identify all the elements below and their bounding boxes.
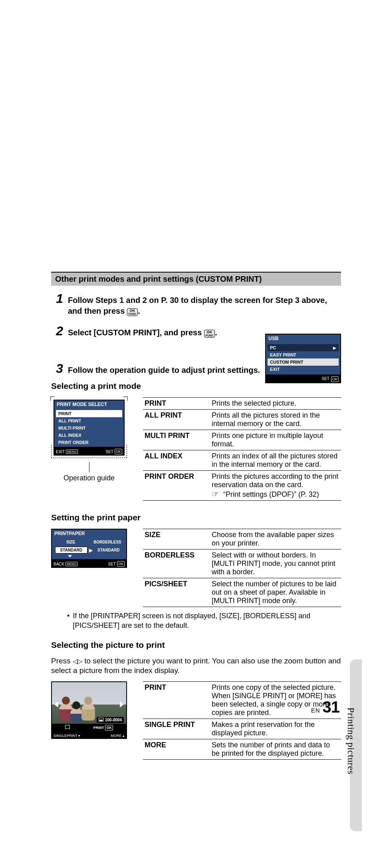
photo-preview-screenshot: 100-0004 PRINT OK: [51, 681, 127, 733]
paper-col-size: SIZE: [54, 540, 88, 544]
hand-point-icon: [212, 490, 221, 498]
ok-box-icon: OK: [115, 449, 122, 454]
step-text: Follow Steps 1 and 2 on P. 30 to display…: [68, 292, 341, 317]
print-label: PRINT: [93, 726, 104, 730]
usb-item-easyprint: EASY PRINT: [268, 351, 339, 358]
pic-k: MORE: [143, 739, 210, 759]
table-row: BORDERLESS Select with or without border…: [143, 549, 341, 578]
paper-val-size: STANDARD: [55, 547, 87, 553]
table-row: MORE Sets the number of prints and data …: [143, 739, 341, 759]
func-label: FUNC: [129, 313, 136, 315]
paper-v: Select with or without borders. In [MULT…: [210, 549, 341, 578]
usb-item-customprint: CUSTOM PRINT: [268, 358, 339, 366]
ok-func-button-icon: OK FUNC: [127, 308, 138, 316]
note-text: If the [PRINTPAPER] screen is not displa…: [73, 611, 341, 631]
mode-v: Prints all the pictures stored in the in…: [210, 410, 341, 430]
pic-v: Sets the number of prints and data to be…: [210, 739, 341, 759]
photo-subject-icon: [70, 707, 82, 723]
photo-subject-icon: [81, 702, 95, 721]
usb-item-label: PC: [270, 345, 276, 350]
table-row: SIZE Choose from the available paper siz…: [143, 529, 341, 549]
set-label: SET: [108, 562, 116, 566]
printpaper-screenshot: PRINTPAPER SIZE BORDERLESS STANDARD ▶ ST…: [51, 529, 127, 560]
operation-guide-label: Operation guide: [64, 474, 115, 482]
paper-v: Select the number of pictures to be laid…: [210, 578, 341, 607]
step-number: 3: [51, 362, 63, 375]
paper-val-borderless: STANDARD: [94, 548, 123, 552]
file-badge: 100-0004: [97, 717, 124, 723]
table-row: SINGLE PRINT Makes a print reservation f…: [143, 719, 341, 739]
mode-k: ALL PRINT: [143, 410, 210, 430]
table-row: ALL PRINT Prints all the pictures stored…: [143, 410, 341, 430]
ok-label: OK: [129, 309, 136, 313]
usb-item-pc: PC ▶: [268, 344, 339, 351]
section-header-bar: Other print modes and print settings (CU…: [51, 272, 341, 286]
mode-k: PRINT: [143, 398, 210, 410]
paper-v: Choose from the available paper sizes on…: [210, 529, 341, 549]
photo-bottom-bar: PRINT OK: [52, 724, 126, 732]
usb-menu-screenshot: USB PC ▶ EASY PRINT CUSTOM PRINT EXIT SE…: [265, 334, 341, 383]
selecting-picture-paragraph: Press to select the picture you want to …: [51, 656, 341, 676]
bullet-dot-icon: •: [67, 611, 69, 631]
para-a: Press: [51, 657, 73, 665]
callout-line-icon: [89, 462, 89, 472]
picture-print-table: PRINT Prints one copy of the selected pi…: [143, 681, 341, 760]
more-label: MORE: [111, 734, 121, 738]
usb-footer: SET OK: [265, 375, 341, 383]
paper-lcd-footer: BACK MENU SET OK: [51, 560, 127, 568]
usb-item-exit: EXIT: [268, 366, 339, 373]
paper-k: PICS/SHEET: [143, 578, 210, 607]
table-row: PRINT ORDER Prints the pictures accordin…: [143, 471, 341, 501]
table-row: MULTI PRINT Prints one picture in multip…: [143, 430, 341, 450]
back-label: BACK: [54, 562, 64, 566]
exit-label: EXIT: [56, 450, 65, 454]
print-mode-select-screenshot: PRINT MODE SELECT PRINT ALL PRINT MULTI …: [54, 400, 125, 448]
print-paper-table: SIZE Choose from the available paper siz…: [143, 529, 341, 607]
paper-k: SIZE: [143, 529, 210, 549]
step1-text-a: Follow Steps 1 and 2 on P. 30 to display…: [68, 296, 327, 315]
set-label: SET: [106, 450, 113, 454]
mode-v: Prints the pictures according to the pri…: [210, 471, 341, 501]
up-more-icon: ▴: [123, 734, 125, 738]
set-label: SET: [322, 376, 329, 382]
mode-k: PRINT ORDER: [143, 471, 210, 501]
operation-guide-callout: Operation guide: [51, 462, 127, 482]
nav-left-icon: [54, 701, 58, 708]
arrow-right-icon: ▶: [333, 346, 336, 350]
mode-item-allprint: ALL PRINT: [56, 417, 122, 424]
left-right-arrow-icon: [73, 657, 82, 665]
usb-title: USB: [266, 334, 340, 342]
mode-v-text: Prints the pictures according to the pri…: [212, 472, 338, 489]
file-number: 100-0004: [105, 718, 122, 722]
step-1: 1 Follow Steps 1 and 2 on P. 30 to displ…: [51, 292, 341, 317]
menu-box-icon: MENU: [66, 450, 78, 454]
ok-box-icon: OK: [117, 561, 125, 567]
table-row: ALL INDEX Prints an index of all the pic…: [143, 450, 341, 471]
mode-item-printorder: PRINT ORDER: [56, 439, 122, 446]
ok-label: OK: [206, 330, 213, 334]
print-mode-lcd-col: PRINT MODE SELECT PRINT ALL PRINT MULTI …: [51, 397, 127, 482]
picture-print-row: 100-0004 PRINT OK SINGLEPRINT ▾ MORE: [51, 681, 341, 760]
pic-k: PRINT: [143, 681, 210, 719]
page-number: EN 31: [311, 698, 339, 716]
para-b: to select the picture you want to print.…: [51, 657, 341, 675]
subhead-selecting-picture: Selecting the picture to print: [51, 640, 341, 650]
side-section-label: Printing pictures: [345, 707, 356, 774]
menu-box-icon: MENU: [65, 562, 77, 566]
picture-icon: [99, 718, 103, 722]
step2-text-b: .: [215, 328, 217, 337]
print-mode-row: PRINT MODE SELECT PRINT ALL PRINT MULTI …: [51, 397, 341, 501]
ok-box-icon: OK: [331, 376, 339, 382]
mode-v: Prints one picture in multiple layout fo…: [210, 430, 341, 450]
print-mode-table: PRINT Prints the selected picture. ALL P…: [143, 397, 341, 501]
down-print-icon: ▾: [78, 734, 80, 738]
pic-v: Makes a print reservation for the displa…: [210, 719, 341, 739]
step1-text-b: .: [138, 307, 140, 315]
mode-v: Prints the selected picture.: [210, 398, 341, 410]
print-paper-lcd-col: PRINTPAPER SIZE BORDERLESS STANDARD ▶ ST…: [51, 529, 127, 568]
paper-k: BORDERLESS: [143, 549, 210, 578]
mode-v-ref: “Print settings (DPOF)” (P. 32): [223, 490, 319, 498]
paper-col-borderless: BORDERLESS: [90, 540, 125, 544]
step-number: 2: [51, 325, 63, 337]
mode-v: Prints an index of all the pictures stor…: [210, 450, 341, 471]
